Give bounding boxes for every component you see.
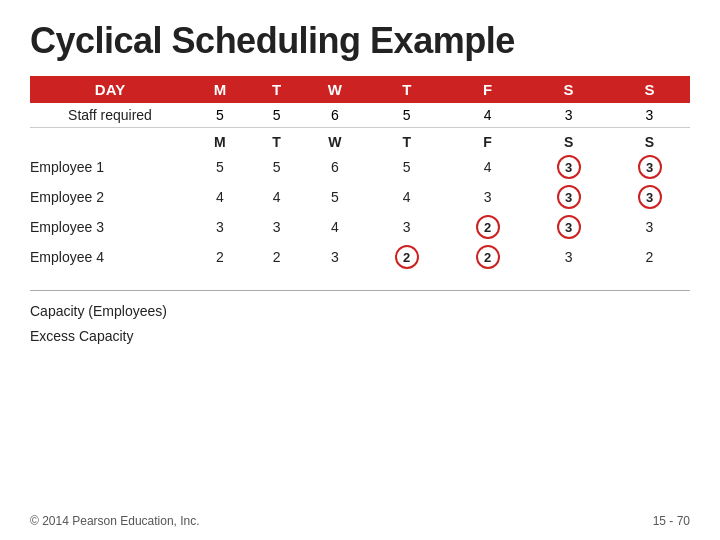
staff-row: Staff required 5 5 6 5 4 3 3 bbox=[30, 103, 690, 128]
capacity-label: Capacity (Employees) bbox=[30, 299, 690, 324]
employee-1-name: Employee 1 bbox=[30, 152, 190, 182]
schedule-table: DAY M T W T F S S Staff required 5 5 6 5… bbox=[30, 76, 690, 272]
sub-t1: T bbox=[250, 128, 304, 153]
sub-s1: S bbox=[528, 128, 609, 153]
header-row: DAY M T W T F S S bbox=[30, 76, 690, 103]
staff-f: 4 bbox=[447, 103, 528, 128]
staff-label: Staff required bbox=[30, 103, 190, 128]
col-m: M bbox=[190, 76, 250, 103]
employee-3-name: Employee 3 bbox=[30, 212, 190, 242]
staff-w: 6 bbox=[303, 103, 366, 128]
staff-m: 5 bbox=[190, 103, 250, 128]
employee-4-name: Employee 4 bbox=[30, 242, 190, 272]
page-title: Cyclical Scheduling Example bbox=[30, 20, 690, 62]
day-header: DAY bbox=[30, 76, 190, 103]
staff-t1: 5 bbox=[250, 103, 304, 128]
col-t2: T bbox=[366, 76, 447, 103]
circled-value: 2 bbox=[476, 245, 500, 269]
employee-2-name: Employee 2 bbox=[30, 182, 190, 212]
circled-value: 3 bbox=[638, 185, 662, 209]
staff-s1: 3 bbox=[528, 103, 609, 128]
sub-s2: S bbox=[609, 128, 690, 153]
circled-value: 3 bbox=[557, 215, 581, 239]
sub-m: M bbox=[190, 128, 250, 153]
page: Cyclical Scheduling Example DAY M T W T … bbox=[0, 0, 720, 540]
col-w: W bbox=[303, 76, 366, 103]
sub-t2: T bbox=[366, 128, 447, 153]
employee-1-row: Employee 1 5 5 6 5 4 3 3 bbox=[30, 152, 690, 182]
circled-value: 3 bbox=[557, 155, 581, 179]
circled-value: 3 bbox=[557, 185, 581, 209]
page-number: 15 - 70 bbox=[653, 514, 690, 528]
employee-3-row: Employee 3 3 3 4 3 2 3 3 bbox=[30, 212, 690, 242]
staff-s2: 3 bbox=[609, 103, 690, 128]
col-s1: S bbox=[528, 76, 609, 103]
divider bbox=[30, 290, 690, 291]
sub-header-row: M T W T F S S bbox=[30, 128, 690, 153]
col-t1: T bbox=[250, 76, 304, 103]
circled-value: 2 bbox=[395, 245, 419, 269]
excess-label: Excess Capacity bbox=[30, 324, 690, 349]
footer: © 2014 Pearson Education, Inc. 15 - 70 bbox=[30, 514, 690, 528]
staff-t2: 5 bbox=[366, 103, 447, 128]
col-s2: S bbox=[609, 76, 690, 103]
col-f: F bbox=[447, 76, 528, 103]
bottom-labels: Capacity (Employees) Excess Capacity bbox=[30, 299, 690, 349]
employee-2-row: Employee 2 4 4 5 4 3 3 3 bbox=[30, 182, 690, 212]
sub-w: W bbox=[303, 128, 366, 153]
circled-value: 2 bbox=[476, 215, 500, 239]
employee-4-row: Employee 4 2 2 3 2 2 3 2 bbox=[30, 242, 690, 272]
copyright: © 2014 Pearson Education, Inc. bbox=[30, 514, 200, 528]
circled-value: 3 bbox=[638, 155, 662, 179]
sub-f: F bbox=[447, 128, 528, 153]
